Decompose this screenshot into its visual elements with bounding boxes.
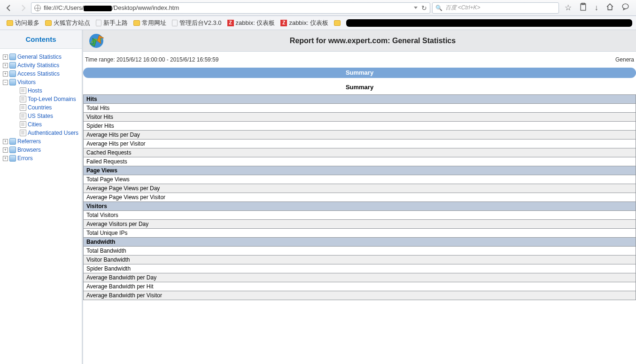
tree-item[interactable]: Cities	[12, 120, 80, 129]
bookmark-item[interactable]: 新手上路	[93, 18, 131, 28]
group-icon	[9, 62, 16, 69]
zabbix-icon: Z	[227, 20, 234, 26]
bookmark-label: 常用网址	[142, 19, 166, 27]
tree-link[interactable]: Visitors	[17, 79, 36, 85]
globe-icon	[34, 5, 41, 11]
collapse-icon[interactable]: −	[3, 80, 8, 85]
tree-item[interactable]: +Access Statistics	[2, 70, 80, 78]
metric-label: Total Bandwidth	[84, 247, 636, 256]
metric-label: Average Page Views per Day	[84, 184, 636, 193]
expand-icon[interactable]: +	[3, 156, 8, 161]
table-row: Failed Requests	[84, 157, 636, 166]
group-header: Bandwidth	[84, 238, 636, 247]
search-box[interactable]: 🔍 百度 <Ctrl+K>	[432, 2, 559, 14]
folder-icon	[7, 20, 13, 26]
group-header: Hits	[84, 95, 636, 104]
expand-icon[interactable]: +	[3, 71, 8, 77]
tree-item[interactable]: US States	[12, 112, 80, 120]
metric-label: Failed Requests	[84, 157, 636, 166]
tree-item[interactable]: +General Statistics	[2, 53, 80, 61]
table-row: Average Visitors per Day	[84, 220, 636, 229]
metric-label: Spider Hits	[84, 122, 636, 131]
metric-label: Total Unique IPs	[84, 229, 636, 238]
group-icon	[9, 138, 16, 145]
tree-item[interactable]: −Visitors	[2, 78, 80, 86]
tree-item[interactable]: Countries	[12, 103, 80, 112]
tree-item[interactable]: Hosts	[12, 86, 80, 95]
bookmark-item[interactable]: Zzabbix: 仪表板	[225, 18, 278, 28]
report-header: Report for www.expert.com: General Stati…	[83, 30, 636, 52]
table-row: Spider Hits	[84, 122, 636, 131]
table-row: Cached Requests	[84, 148, 636, 157]
tree-item[interactable]: Authenticated Users	[12, 129, 80, 137]
home-icon[interactable]	[606, 3, 614, 13]
tree-link[interactable]: US States	[28, 113, 53, 119]
tree-link[interactable]: General Statistics	[17, 54, 62, 60]
tree-item[interactable]: +Errors	[2, 154, 80, 163]
bookmark-label: zabbix: 仪表板	[236, 19, 275, 27]
tree-item[interactable]: Top-Level Domains	[12, 95, 80, 103]
expand-icon[interactable]: +	[3, 147, 8, 153]
doc-icon	[20, 113, 26, 119]
summary-table: HitsTotal HitsVisitor HitsSpider HitsAve…	[83, 94, 636, 300]
group-icon	[9, 54, 16, 60]
bookmark-item[interactable]: 管理后台V2.3.0	[169, 18, 225, 28]
nav-tree: +General Statistics+Activity Statistics+…	[0, 49, 82, 166]
tree-link[interactable]: Activity Statistics	[17, 62, 59, 69]
bookmark-item[interactable]: Zzabbix: 仪表板	[278, 18, 331, 28]
address-bar[interactable]: file:///C:/Users//Desktop/www/index.htm …	[31, 2, 430, 14]
table-row: Spider Bandwidth	[84, 264, 636, 273]
page-icon	[96, 20, 101, 26]
url-text: file:///C:/Users//Desktop/www/index.htm	[44, 4, 179, 11]
tree-link[interactable]: Hosts	[28, 87, 42, 94]
tree-link[interactable]: Cities	[28, 121, 42, 128]
tree-item[interactable]: +Browsers	[2, 146, 80, 154]
expand-icon[interactable]: +	[3, 54, 8, 60]
bookmark-item[interactable]: 常用网址	[131, 18, 169, 28]
clipboard-icon[interactable]	[579, 3, 587, 13]
tree-link[interactable]: Browsers	[17, 147, 41, 153]
star-icon[interactable]: ☆	[565, 3, 572, 13]
folder-icon	[133, 20, 140, 26]
search-icon: 🔍	[435, 5, 442, 11]
table-row: Total Page Views	[84, 175, 636, 184]
history-dropdown-icon[interactable]	[414, 7, 418, 9]
tree-item[interactable]: +Activity Statistics	[2, 61, 80, 70]
browser-navbar: file:///C:/Users//Desktop/www/index.htm …	[0, 0, 636, 16]
forward-button[interactable]	[17, 2, 29, 14]
bookmark-item[interactable]: 访问最多	[4, 18, 42, 28]
table-header-row: Hits	[84, 95, 636, 104]
expand-icon[interactable]: +	[3, 63, 8, 68]
tree-item[interactable]: +Referrers	[2, 137, 80, 146]
sidebar-title: Contents	[0, 30, 82, 49]
chat-icon[interactable]	[621, 3, 629, 13]
table-header-row: Bandwidth	[84, 238, 636, 247]
group-icon	[9, 70, 16, 77]
tree-link[interactable]: Referrers	[17, 138, 41, 145]
time-range: Time range: 2015/6/12 16:00:00 - 2015/6/…	[85, 56, 218, 63]
download-icon[interactable]: ↓	[595, 3, 599, 13]
tree-link[interactable]: Top-Level Domains	[28, 96, 76, 102]
bookmarks-bar: 访问最多火狐官方站点新手上路常用网址管理后台V2.3.0Zzabbix: 仪表板…	[0, 16, 636, 30]
metric-label: Total Hits	[84, 104, 636, 113]
metric-label: Total Page Views	[84, 175, 636, 184]
tree-link[interactable]: Countries	[28, 104, 52, 111]
doc-icon	[20, 121, 26, 128]
bookmark-label: zabbix: 仪表板	[289, 19, 328, 27]
metric-label: Average Bandwidth per Day	[84, 273, 636, 282]
back-button[interactable]	[3, 2, 15, 14]
summary-subtitle: Summary	[83, 82, 636, 94]
tree-link[interactable]: Access Statistics	[17, 70, 60, 77]
sidebar: Contents +General Statistics+Activity St…	[0, 30, 83, 364]
table-row: Average Hits per Visitor	[84, 139, 636, 148]
table-row: Average Bandwidth per Day	[84, 273, 636, 282]
tree-link[interactable]: Errors	[17, 155, 33, 162]
svg-point-2	[622, 4, 628, 9]
tree-link[interactable]: Authenticated Users	[28, 130, 78, 136]
metric-label: Average Hits per Visitor	[84, 139, 636, 148]
bookmark-item[interactable]: 火狐官方站点	[42, 18, 93, 28]
doc-icon	[20, 96, 26, 102]
reload-icon[interactable]: ↻	[421, 4, 427, 12]
folder-icon	[334, 20, 341, 26]
expand-icon[interactable]: +	[3, 139, 8, 144]
